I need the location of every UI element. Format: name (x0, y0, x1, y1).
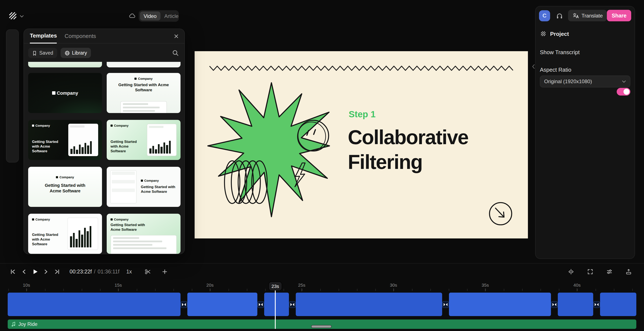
music-note-icon (11, 322, 16, 327)
video-clip[interactable] (600, 293, 636, 316)
cut-button[interactable] (142, 266, 153, 277)
timeline-settings-button[interactable] (604, 266, 615, 277)
template-card-dark-chart[interactable]: Company Getting Started with Acme Softwa… (28, 120, 102, 160)
templates-panel: Templates Components Saved Library (24, 28, 185, 254)
template-card-light-centered[interactable]: Company Getting Started with Acme Softwa… (28, 167, 102, 207)
video-clip[interactable] (558, 293, 593, 316)
template-card-partial[interactable] (107, 62, 180, 67)
tab-templates[interactable]: Templates (30, 32, 57, 43)
template-card-light-chart[interactable]: Company Getting Started with Acme Softwa… (28, 214, 102, 254)
transition-marker[interactable] (180, 301, 187, 308)
playhead[interactable]: 23s (269, 282, 282, 291)
aspect-ratio-select[interactable]: Original (1920x1080) (540, 75, 630, 87)
chevron-down-icon (622, 79, 626, 83)
project-label: Project (550, 30, 569, 37)
headphones-icon[interactable] (556, 12, 563, 19)
close-panel-icon[interactable] (173, 33, 179, 39)
fullscreen-button[interactable] (585, 266, 596, 277)
ruler-label: 20s (206, 282, 214, 288)
template-card-dark-logo[interactable]: Company (28, 73, 102, 113)
ruler-label: 35s (482, 282, 489, 288)
tab-components[interactable]: Components (65, 33, 96, 43)
right-panel: C Translate Share Project Show Transcrip… (535, 6, 635, 259)
transition-marker[interactable] (551, 301, 558, 308)
play-button[interactable] (30, 266, 40, 277)
translate-icon (572, 12, 579, 19)
canvas-slide[interactable]: Step 1 Collaborative Filtering (194, 51, 528, 238)
filter-saved-button[interactable]: Saved (28, 48, 57, 58)
timeline-ruler[interactable]: 10s 15s 20s 25s 30s 35s 40s (8, 282, 636, 291)
panel-collapse-icon[interactable] (532, 64, 535, 69)
search-icon[interactable] (172, 49, 179, 56)
current-time: 00:23:22f (70, 269, 92, 275)
avatar[interactable]: C (539, 10, 550, 21)
share-button[interactable]: Share (607, 10, 632, 21)
prev-frame-button[interactable] (18, 266, 30, 277)
app-window: Video Article Fx CC Templates Components (0, 0, 644, 331)
skip-start-button[interactable] (7, 266, 18, 277)
add-clip-button[interactable] (159, 266, 170, 277)
transcript-toggle[interactable] (617, 88, 630, 95)
video-clip[interactable] (187, 293, 257, 316)
template-card-green-chart[interactable]: Company Getting Started with Acme Softwa… (107, 120, 180, 160)
total-time: 01:36:11f (98, 269, 119, 275)
video-track (8, 293, 636, 316)
globe-icon (64, 50, 70, 56)
show-transcript-label: Show Transcript (540, 49, 580, 55)
transition-marker[interactable] (593, 301, 600, 308)
mode-video-tab[interactable]: Video (140, 11, 160, 20)
timeline-scrollbar[interactable] (311, 325, 332, 328)
bookmark-icon (32, 50, 37, 56)
app-logo[interactable] (8, 11, 18, 21)
ruler-label: 40s (573, 282, 580, 288)
tool-rail (6, 29, 19, 163)
next-frame-button[interactable] (40, 266, 52, 277)
project-icon (540, 30, 547, 37)
video-clip[interactable] (296, 293, 442, 316)
playback-speed-button[interactable]: 1x (126, 269, 132, 275)
video-clip[interactable] (8, 293, 180, 316)
transition-marker[interactable] (289, 301, 296, 308)
ruler-label: 30s (390, 282, 397, 288)
ruler-label: 15s (114, 282, 122, 288)
slide-title[interactable]: Collaborative Filtering (348, 125, 468, 174)
skip-end-button[interactable] (52, 266, 63, 277)
template-card-light-dashboard[interactable]: Company Getting Started with Acme Softwa… (107, 73, 180, 113)
step-label[interactable]: Step 1 (349, 109, 376, 119)
audio-track-name: Joy Ride (18, 322, 38, 327)
filter-library-button[interactable]: Library (60, 48, 91, 58)
playhead-line[interactable] (275, 291, 276, 329)
mode-toggle: Video Article (139, 10, 179, 22)
template-card-green-dashboard[interactable]: Company Getting Started with Acme Softwa… (107, 214, 180, 254)
mode-article-tab[interactable]: Article (160, 11, 182, 20)
playhead-time-badge: 23s (269, 282, 282, 291)
translate-button[interactable]: Translate (568, 10, 607, 21)
arrow-circle-doodle (490, 203, 512, 225)
trim-mode-button[interactable] (566, 266, 576, 277)
track-height-button[interactable] (623, 266, 634, 277)
ruler-label: 10s (23, 282, 30, 288)
cloud-status-icon (128, 12, 136, 20)
template-card-partial[interactable] (28, 62, 102, 67)
ruler-label: 25s (298, 282, 305, 288)
ruler-ticks (8, 289, 636, 291)
time-display: 00:23:22f / 01:36:11f (70, 269, 120, 275)
video-clip[interactable] (449, 293, 551, 316)
video-clip[interactable] (264, 293, 289, 316)
timeline-section: 00:23:22f / 01:36:11f 1x (0, 263, 644, 331)
transition-marker[interactable] (442, 301, 449, 308)
aspect-ratio-label: Aspect Ratio (540, 66, 571, 73)
transition-marker[interactable] (257, 301, 264, 308)
logo-chevron-down-icon[interactable] (20, 14, 24, 18)
template-card-light-table[interactable]: Company Getting Started with Acme Softwa… (107, 167, 180, 207)
zigzag-doodle (210, 66, 513, 70)
